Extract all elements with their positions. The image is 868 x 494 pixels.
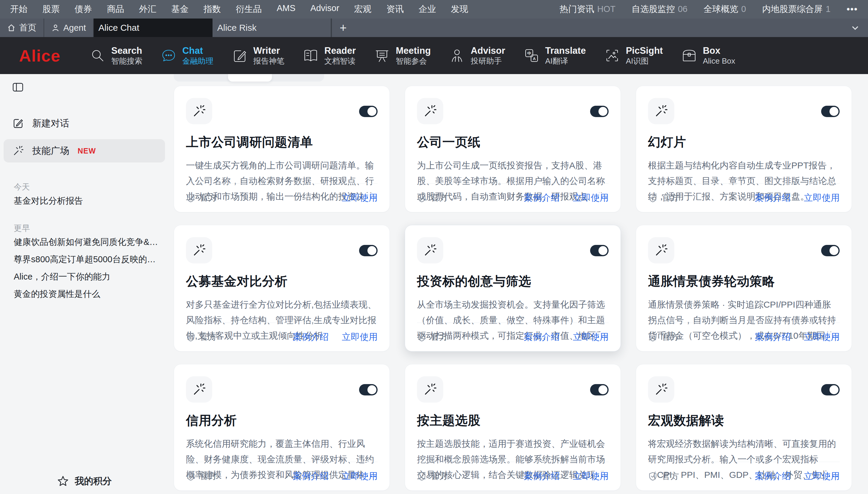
card-icon-tile: [648, 376, 674, 403]
use-now-link[interactable]: 立即使用: [342, 331, 378, 343]
menu-item-indices[interactable]: 指数: [203, 3, 221, 15]
use-now-link[interactable]: 立即使用: [342, 192, 378, 204]
skill-toggle[interactable]: [359, 245, 378, 256]
magic-wand-icon: [192, 383, 206, 396]
skill-card[interactable]: 幻灯片 根据主题与结构化内容自动生成专业PPT报告，支持标题页、目录、章节页、图…: [636, 86, 852, 212]
hot-news-item[interactable]: 热门资讯HOT: [560, 3, 615, 15]
use-now-link[interactable]: 立即使用: [573, 331, 609, 343]
more-menu-icon[interactable]: •••: [847, 4, 858, 14]
skill-card[interactable]: 宏观数据解读 将宏观经济数据解读为结构清晰、可直接复用的研究周报式分析。输入一个…: [636, 364, 852, 491]
toggle-knob: [829, 107, 839, 116]
nav-search[interactable]: Search智能搜索: [89, 45, 142, 65]
writer-pen-icon: [231, 47, 248, 64]
nav-reader[interactable]: Reader文档智读: [302, 45, 356, 65]
skill-card[interactable]: 投资标的创意与筛选 从全市场主动发掘投资机会。支持量化因子筛选（价值、成长、质量…: [405, 225, 621, 352]
menu-item-commodities[interactable]: 商品: [107, 3, 124, 15]
use-now-link[interactable]: 立即使用: [804, 470, 840, 482]
menu-item-ams[interactable]: AMS: [277, 3, 296, 15]
nav-translate[interactable]: 中A TranslateAI翻译: [523, 45, 586, 65]
nav-meeting[interactable]: Meeting智能参会: [374, 45, 431, 65]
use-now-link[interactable]: 立即使用: [804, 331, 840, 343]
menu-item-news[interactable]: 资讯: [387, 3, 404, 15]
skill-card[interactable]: 公募基金对比分析 对多只基金进行全方位对比分析,包括业绩表现、风险指标、持仓结构…: [174, 225, 390, 352]
watchlist-monitor-item[interactable]: 自选股监控06: [632, 3, 687, 15]
menu-item-advisor[interactable]: Advisor: [311, 3, 339, 15]
case-intro-link[interactable]: 案例介绍: [524, 331, 560, 343]
watchlist-count: 06: [678, 4, 687, 14]
card-title: 公司一页纸: [417, 134, 609, 151]
skill-plaza-item[interactable]: 技能广场 NEW: [4, 139, 165, 163]
case-intro-link[interactable]: 案例介绍: [755, 331, 791, 343]
use-now-link[interactable]: 立即使用: [342, 470, 378, 482]
new-tab-button[interactable]: +: [331, 19, 355, 37]
menu-item-funds[interactable]: 基金: [171, 3, 189, 15]
toggle-knob: [829, 385, 839, 394]
china-composite-item[interactable]: 内地股票综合屏1: [762, 3, 830, 15]
menu-item-macro[interactable]: 宏观: [354, 3, 372, 15]
my-points-button[interactable]: 我的积分: [0, 475, 169, 488]
tab-agent[interactable]: Agent: [44, 19, 94, 37]
card-icon-tile: [417, 376, 443, 403]
alice-logo[interactable]: Alice: [19, 46, 61, 65]
menu-item-derivatives[interactable]: 衍生品: [236, 3, 262, 15]
official-badge: 官方: [417, 470, 448, 482]
person-icon: [51, 24, 60, 32]
magic-wand-icon: [192, 104, 206, 118]
card-title: 公募基金对比分析: [186, 273, 378, 290]
skill-card[interactable]: 按主题选股 按主题选股技能，适用于赛道投资、产业链机会挖掘和概念股筛选场景。能够…: [405, 364, 621, 491]
chevron-down-icon: [850, 23, 860, 33]
hot-badge: HOT: [597, 4, 615, 14]
menu-item-bonds[interactable]: 债券: [75, 3, 92, 15]
menu-item-enterprise[interactable]: 企业: [419, 3, 436, 15]
menu-item-fx[interactable]: 外汇: [139, 3, 156, 15]
skill-card[interactable]: 公司一页纸 为上市公司生成一页纸投资报告，支持A股、港股、美股等全球市场。根据用…: [405, 86, 621, 212]
case-intro-link[interactable]: 案例介绍: [755, 192, 791, 204]
toggle-knob: [598, 246, 607, 255]
nav-picsight[interactable]: PicSightAI识图: [604, 45, 663, 65]
new-chat-button[interactable]: 新建对话: [4, 112, 165, 135]
nav-box[interactable]: BoxAlice Box: [681, 45, 735, 65]
use-now-link[interactable]: 立即使用: [573, 470, 609, 482]
history-item[interactable]: 健康饮品创新如何避免同质化竞争&…: [5, 233, 163, 251]
shield-check-icon: [648, 193, 657, 203]
skill-toggle[interactable]: [590, 106, 609, 117]
history-item[interactable]: 黄金的投资属性是什么: [5, 286, 163, 303]
nav-writer[interactable]: Writer报告神笔: [231, 45, 284, 65]
skill-toggle[interactable]: [590, 384, 609, 396]
new-badge: NEW: [78, 147, 96, 155]
nav-chat[interactable]: Chat金融助理: [160, 45, 213, 65]
menu-item-stocks[interactable]: 股票: [42, 3, 60, 15]
category-tab-active-clipped[interactable]: [228, 74, 272, 81]
history-item[interactable]: 尊界s800高定订单超5000台反映的…: [5, 251, 163, 268]
tab-list-chevron[interactable]: [850, 19, 868, 37]
sidebar-collapse-button[interactable]: [13, 81, 26, 93]
tab-alice-risk[interactable]: Alice Risk: [213, 19, 331, 37]
skill-toggle[interactable]: [821, 384, 840, 396]
category-tabs-clipped[interactable]: [174, 74, 324, 81]
skill-toggle[interactable]: [590, 245, 609, 256]
skill-card[interactable]: 通胀情景债券轮动策略 通胀情景债券策略 · 实时追踪CPI/PPI四种通胀拐点信…: [636, 225, 852, 352]
nav-advisor[interactable]: Advisor投研助手: [449, 45, 505, 65]
history-item[interactable]: 基金对比分析报告: [5, 192, 163, 210]
shield-check-icon: [186, 332, 196, 342]
skill-toggle[interactable]: [821, 106, 840, 117]
skill-toggle[interactable]: [359, 384, 378, 396]
use-now-link[interactable]: 立即使用: [804, 192, 840, 204]
global-overview-item[interactable]: 全球概览0: [704, 3, 746, 15]
skill-toggle[interactable]: [359, 106, 378, 117]
case-intro-link[interactable]: 案例介绍: [524, 192, 560, 204]
case-intro-link[interactable]: 案例介绍: [755, 470, 791, 482]
tab-alice-chat[interactable]: Alice Chat: [94, 19, 213, 37]
use-now-link[interactable]: 立即使用: [573, 192, 609, 204]
skill-toggle[interactable]: [821, 245, 840, 256]
menu-item-start[interactable]: 开始: [10, 3, 27, 15]
skill-card[interactable]: 信用分析 系统化信用研究能力，覆盖主体信用、行业风险、财务健康度、现金流质量、评…: [174, 364, 390, 491]
history-item[interactable]: Alice，介绍一下你的能力: [5, 268, 163, 286]
case-intro-link[interactable]: 案例介绍: [524, 470, 560, 482]
panel-collapse-icon: [13, 82, 23, 92]
case-intro-link[interactable]: 案例介绍: [293, 331, 329, 343]
skill-card[interactable]: 上市公司调研问题清单 一键生成买方视角的上市公司调研问题清单。输入公司名称，自动…: [174, 86, 390, 212]
case-intro-link[interactable]: 案例介绍: [293, 470, 329, 482]
menu-item-discover[interactable]: 发现: [451, 3, 468, 15]
tab-home[interactable]: 首页: [0, 19, 44, 37]
